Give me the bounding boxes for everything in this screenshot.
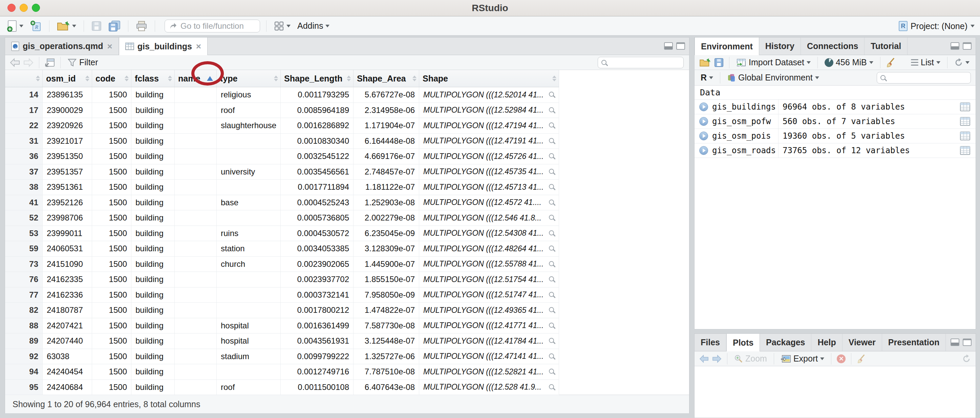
column-header-Shape_Area[interactable]: Shape_Area bbox=[353, 70, 419, 87]
environment-object-row[interactable]: gis_osm_roads73765 obs. of 12 variables bbox=[695, 143, 975, 158]
view-geometry-icon[interactable] bbox=[549, 92, 554, 97]
open-file-button[interactable] bbox=[56, 19, 78, 33]
tab-help[interactable]: Help bbox=[811, 334, 842, 351]
refresh-plot-icon[interactable] bbox=[962, 355, 971, 363]
environment-object-row[interactable]: gis_osm_pofw560 obs. of 7 variables bbox=[695, 114, 975, 129]
tab-viewer[interactable]: Viewer bbox=[843, 334, 882, 351]
view-geometry-icon[interactable] bbox=[549, 184, 554, 189]
view-data-icon[interactable] bbox=[960, 117, 970, 126]
goto-file-function-input[interactable]: Go to file/function bbox=[165, 20, 260, 32]
save-workspace-icon[interactable] bbox=[714, 58, 724, 67]
import-dataset-button[interactable]: Import Dataset bbox=[735, 56, 812, 69]
list-view-button[interactable]: List bbox=[910, 56, 942, 69]
tab-connections[interactable]: Connections bbox=[801, 38, 864, 55]
view-data-icon[interactable] bbox=[960, 131, 970, 140]
minimize-pane-icon[interactable] bbox=[664, 42, 673, 50]
minimize-pane-icon[interactable] bbox=[951, 339, 959, 346]
cell-value: 24180787 bbox=[47, 306, 83, 315]
refresh-environment-button[interactable] bbox=[953, 57, 971, 68]
print-button[interactable] bbox=[134, 19, 149, 33]
tab-plots[interactable]: Plots bbox=[726, 334, 760, 352]
column-header-Shape[interactable]: Shape bbox=[419, 70, 559, 87]
tab-gis-operations[interactable]: gis_operations.qmd × bbox=[5, 38, 119, 55]
view-geometry-icon[interactable] bbox=[549, 384, 554, 389]
view-geometry-icon[interactable] bbox=[549, 169, 554, 174]
column-header-Shape_Length[interactable]: Shape_Length bbox=[281, 70, 353, 87]
view-geometry-icon[interactable] bbox=[549, 230, 554, 235]
tab-gis-buildings[interactable]: gis_buildings × bbox=[119, 38, 208, 55]
project-selector[interactable]: R Project: (None) bbox=[899, 17, 975, 35]
new-file-button[interactable] bbox=[5, 19, 25, 33]
clear-plots-broom-icon[interactable] bbox=[857, 354, 865, 364]
view-geometry-icon[interactable] bbox=[549, 369, 554, 374]
close-tab-icon[interactable]: × bbox=[196, 42, 201, 51]
cell-name bbox=[175, 380, 217, 395]
tab-tutorial[interactable]: Tutorial bbox=[864, 38, 908, 55]
column-header-rownames[interactable] bbox=[5, 70, 43, 87]
column-header-name[interactable]: name bbox=[175, 70, 217, 87]
cell-code: 1500 bbox=[92, 149, 131, 165]
save-all-button[interactable] bbox=[107, 19, 122, 33]
open-in-new-window-icon[interactable] bbox=[45, 58, 55, 67]
environment-selector[interactable]: Global Environment bbox=[726, 71, 821, 84]
pane-layout-button[interactable] bbox=[273, 20, 292, 32]
expand-object-icon[interactable] bbox=[699, 146, 708, 155]
view-geometry-icon[interactable] bbox=[549, 245, 554, 250]
minimize-pane-icon[interactable] bbox=[951, 42, 959, 50]
cell-shape: MULTIPOLYGON (((12.52014 41... bbox=[419, 87, 559, 103]
view-geometry-icon[interactable] bbox=[549, 307, 554, 312]
column-header-fclass[interactable]: fclass bbox=[131, 70, 175, 87]
next-plot-icon[interactable] bbox=[712, 355, 722, 363]
tab-presentation[interactable]: Presentation bbox=[882, 334, 946, 351]
close-tab-icon[interactable]: × bbox=[107, 42, 113, 51]
view-geometry-icon[interactable] bbox=[549, 353, 554, 358]
environment-search-input[interactable] bbox=[877, 72, 971, 84]
cell-value: 6.407643e-08 bbox=[365, 383, 415, 392]
previous-plot-icon[interactable] bbox=[699, 355, 709, 363]
cell-shape: MULTIPOLYGON (((12.55788 41... bbox=[419, 256, 559, 272]
maximize-pane-icon[interactable] bbox=[963, 42, 972, 50]
clear-objects-broom-icon[interactable] bbox=[886, 57, 895, 68]
filter-button[interactable]: Filter bbox=[66, 56, 100, 69]
view-geometry-icon[interactable] bbox=[549, 200, 554, 204]
view-geometry-icon[interactable] bbox=[549, 338, 554, 343]
expand-object-icon[interactable] bbox=[699, 117, 708, 126]
expand-object-icon[interactable] bbox=[699, 103, 708, 111]
memory-usage-button[interactable]: 456 MiB bbox=[823, 56, 875, 69]
expand-object-icon[interactable] bbox=[699, 131, 708, 140]
view-geometry-icon[interactable] bbox=[549, 138, 554, 143]
language-selector[interactable]: R bbox=[699, 71, 714, 84]
view-geometry-icon[interactable] bbox=[549, 153, 554, 158]
maximize-pane-icon[interactable] bbox=[676, 42, 685, 50]
save-button[interactable] bbox=[90, 20, 103, 32]
view-geometry-icon[interactable] bbox=[549, 276, 554, 281]
view-data-icon[interactable] bbox=[960, 103, 970, 111]
export-plot-button[interactable]: Export bbox=[780, 352, 826, 365]
column-header-osm_id[interactable]: osm_id bbox=[43, 70, 92, 87]
forward-icon[interactable] bbox=[23, 58, 33, 67]
view-geometry-icon[interactable] bbox=[549, 122, 554, 128]
tab-files[interactable]: Files bbox=[695, 334, 726, 351]
view-data-icon[interactable] bbox=[960, 146, 970, 155]
view-geometry-icon[interactable] bbox=[549, 107, 554, 112]
environment-object-row[interactable]: gis_buildings96964 obs. of 8 variables bbox=[695, 100, 975, 114]
column-header-code[interactable]: code bbox=[92, 70, 131, 87]
new-project-button[interactable]: R bbox=[29, 19, 43, 33]
cell-value: building bbox=[135, 275, 164, 284]
zoom-plot-button[interactable]: Zoom bbox=[733, 352, 768, 365]
column-header-type[interactable]: type bbox=[217, 70, 281, 87]
addins-button[interactable]: Addins bbox=[296, 20, 331, 32]
view-geometry-icon[interactable] bbox=[549, 261, 554, 266]
tab-history[interactable]: History bbox=[759, 38, 801, 55]
open-workspace-icon[interactable] bbox=[699, 58, 711, 67]
remove-plot-icon[interactable]: ✕ bbox=[837, 355, 846, 363]
environment-object-row[interactable]: gis_osm_pois19360 obs. of 5 variables bbox=[695, 129, 975, 143]
maximize-pane-icon[interactable] bbox=[963, 339, 972, 346]
view-geometry-icon[interactable] bbox=[549, 292, 554, 297]
tab-packages[interactable]: Packages bbox=[760, 334, 811, 351]
view-geometry-icon[interactable] bbox=[549, 215, 554, 220]
back-icon[interactable] bbox=[10, 58, 20, 67]
view-geometry-icon[interactable] bbox=[549, 323, 554, 328]
tab-environment[interactable]: Environment bbox=[695, 38, 759, 55]
viewer-search-input[interactable] bbox=[598, 57, 684, 68]
